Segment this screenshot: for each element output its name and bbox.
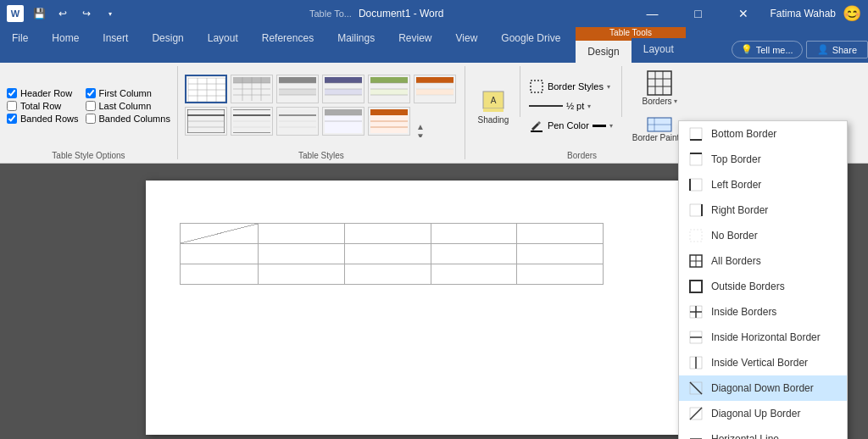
borders-icon	[646, 69, 673, 97]
restore-button[interactable]: □	[678, 0, 717, 27]
tab-design[interactable]: Design	[140, 27, 195, 63]
borders-button[interactable]: Borders ▾	[637, 66, 682, 109]
save-button[interactable]: 💾	[29, 3, 49, 24]
table-style-7[interactable]	[185, 107, 227, 136]
tab-insert[interactable]: Insert	[91, 27, 140, 63]
header-row-option[interactable]: Header Row	[7, 88, 79, 98]
shading-icon: A	[480, 88, 507, 115]
shading-button[interactable]: A Shading	[472, 85, 515, 128]
tab-layout[interactable]: Layout	[196, 27, 250, 63]
table-style-10[interactable]	[322, 107, 364, 136]
pen-color-row[interactable]: Pen Color ▾	[526, 116, 616, 135]
lightbulb-icon: 💡	[741, 44, 753, 55]
redo-button[interactable]: ↪	[76, 3, 97, 24]
customize-quick-access-button[interactable]: ▾	[100, 3, 120, 24]
last-column-checkbox[interactable]	[86, 101, 96, 111]
tell-me-input[interactable]: 💡 Tell me...	[732, 41, 803, 58]
tab-home[interactable]: Home	[40, 27, 91, 63]
tab-view[interactable]: View	[444, 27, 490, 63]
diagonal-up-icon	[687, 405, 704, 422]
ribbon-context-header: File Home Insert Design Layout Reference…	[0, 27, 868, 63]
ribbon-group-table-style-options: Header Row Total Row Banded Rows First C…	[0, 63, 177, 163]
table-cell	[259, 244, 345, 264]
svg-rect-48	[325, 109, 362, 115]
menu-item-top-border[interactable]: Top Border	[679, 147, 847, 172]
horizontal-line-label: Horizontal Line	[711, 433, 779, 439]
total-row-option[interactable]: Total Row	[7, 101, 79, 111]
svg-rect-59	[531, 131, 542, 132]
table-style-6[interactable]	[414, 75, 456, 103]
menu-item-no-border[interactable]: No Border	[679, 223, 847, 248]
table-style-3[interactable]	[276, 75, 319, 103]
menu-item-inside-h-border[interactable]: Inside Horizontal Border	[679, 325, 847, 350]
svg-rect-29	[416, 77, 453, 83]
close-button[interactable]: ✕	[724, 0, 763, 27]
menu-item-outside-borders[interactable]: Outside Borders	[679, 274, 847, 299]
table-style-5[interactable]	[368, 75, 410, 103]
menu-item-inside-borders[interactable]: Inside Borders	[679, 299, 847, 325]
document-title: Document1 - Word	[359, 8, 443, 19]
tab-review[interactable]: Review	[387, 27, 443, 63]
border-styles-button[interactable]: Border Styles ▾	[526, 77, 616, 96]
minimize-button[interactable]: —	[632, 0, 671, 27]
banded-rows-checkbox[interactable]	[7, 114, 17, 124]
table-style-9[interactable]	[276, 107, 319, 136]
banded-rows-option[interactable]: Banded Rows	[7, 114, 79, 124]
outside-borders-label: Outside Borders	[711, 281, 785, 292]
menu-item-all-borders[interactable]: All Borders	[679, 248, 847, 274]
tab-table-design[interactable]: Design	[576, 38, 631, 63]
menu-item-horizontal-line[interactable]: Horizontal Line	[679, 426, 847, 439]
menu-item-diagonal-up[interactable]: Diagonal Up Border	[679, 401, 847, 426]
pen-color-swatch	[593, 125, 606, 127]
last-column-option[interactable]: Last Column	[86, 101, 170, 111]
border-styles-label: Border Styles	[548, 81, 604, 92]
table-style-2[interactable]	[231, 75, 273, 103]
menu-item-inside-v-border[interactable]: Inside Vertical Border	[679, 350, 847, 375]
total-row-checkbox[interactable]	[7, 101, 17, 111]
ribbon-group-table-styles: ▲ ▼ ⌄ Table Styles	[178, 63, 465, 163]
svg-rect-80	[690, 281, 702, 292]
table-styles-content: ▲ ▼ ⌄	[178, 63, 465, 149]
tab-references[interactable]: References	[250, 27, 326, 63]
first-column-option[interactable]: First Column	[86, 88, 170, 98]
table-cell	[517, 244, 604, 264]
quick-access-toolbar: 💾 ↩ ↪ ▾	[29, 3, 120, 24]
table-style-1[interactable]	[185, 75, 227, 103]
svg-rect-74	[690, 204, 702, 216]
context-label: Table To...	[309, 8, 352, 19]
outside-borders-icon	[687, 278, 704, 295]
tab-table-layout[interactable]: Layout	[632, 38, 686, 63]
context-tabs-container: Table Tools Design Layout	[576, 27, 685, 63]
table-cell	[259, 224, 345, 244]
table-style-11[interactable]	[368, 107, 410, 136]
table-cell	[259, 264, 345, 285]
banded-columns-option[interactable]: Banded Columns	[86, 114, 170, 124]
last-column-label: Last Column	[99, 101, 152, 111]
menu-item-right-border[interactable]: Right Border	[679, 197, 847, 223]
pen-weight-arrow: ▾	[587, 103, 591, 110]
menu-item-left-border[interactable]: Left Border	[679, 172, 847, 197]
table-styles-more-button[interactable]: ▲ ▼ ⌄	[414, 107, 427, 137]
table-cell	[431, 264, 517, 285]
pen-weight-row[interactable]: ½ pt ▾	[526, 99, 616, 113]
table-styles-gallery: ▲ ▼ ⌄	[185, 75, 458, 137]
first-column-checkbox[interactable]	[86, 88, 96, 98]
banded-columns-checkbox[interactable]	[86, 114, 96, 124]
tab-mailings[interactable]: Mailings	[326, 27, 387, 63]
inside-v-border-icon	[687, 354, 704, 371]
ribbon-right-actions: 💡 Tell me... 👤 Share	[732, 27, 868, 63]
svg-rect-19	[325, 77, 362, 83]
menu-item-diagonal-down[interactable]: Diagonal Down Border	[679, 375, 847, 401]
tab-file[interactable]: File	[0, 27, 40, 63]
table-style-8[interactable]	[231, 107, 273, 136]
ribbon-group-borders: A Shading Border Styles ▾	[465, 63, 698, 163]
no-border-label: No Border	[711, 230, 758, 242]
undo-button[interactable]: ↩	[53, 3, 73, 24]
inside-h-border-label: Inside Horizontal Border	[711, 331, 821, 343]
borders-label: Borders	[643, 97, 672, 106]
menu-item-bottom-border[interactable]: Bottom Border	[679, 121, 847, 147]
header-row-checkbox[interactable]	[7, 88, 17, 98]
share-button[interactable]: 👤 Share	[806, 41, 868, 58]
table-style-4[interactable]	[322, 75, 364, 103]
tab-google-drive[interactable]: Google Drive	[489, 27, 572, 63]
